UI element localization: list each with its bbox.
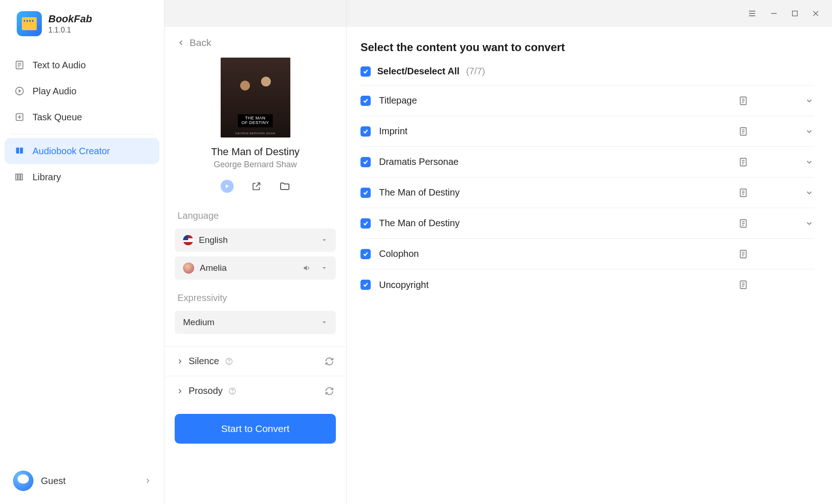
- svg-rect-9: [18, 174, 20, 180]
- refresh-icon[interactable]: [325, 357, 334, 366]
- prosody-section[interactable]: Prosody: [164, 376, 346, 406]
- sidebar-item-text-to-audio[interactable]: Text to Audio: [5, 52, 159, 78]
- language-select[interactable]: English: [175, 229, 336, 252]
- document-icon[interactable]: [738, 249, 748, 259]
- chevron-down-icon[interactable]: [804, 219, 814, 228]
- sidebar-item-task-queue[interactable]: Task Queue: [5, 104, 159, 130]
- sidebar-item-label: Audiobook Creator: [33, 146, 110, 157]
- user-name: Guest: [41, 476, 137, 486]
- language-label: Language: [164, 197, 346, 226]
- back-label: Back: [190, 37, 211, 48]
- chevron-left-icon: [177, 39, 185, 46]
- chapter-list: TitlepageImprintDramatis PersonaeThe Man…: [360, 85, 814, 300]
- expressivity-label: Expressivity: [164, 280, 346, 308]
- play-button[interactable]: [221, 180, 234, 193]
- settings-panel: Back THE MAN OF DESTINY GEORGE BERNARD S…: [164, 0, 347, 504]
- app-logo-block: BookFab 1.1.0.1: [0, 0, 164, 48]
- minimize-icon[interactable]: [770, 9, 778, 18]
- titlebar: [347, 0, 832, 27]
- export-icon[interactable]: [251, 181, 262, 191]
- close-icon[interactable]: [812, 9, 820, 18]
- chevron-down-icon[interactable]: [804, 158, 814, 166]
- svg-point-14: [232, 393, 233, 393]
- chapter-label: Imprint: [379, 126, 730, 137]
- voice-avatar-icon: [183, 262, 194, 274]
- chapter-checkbox[interactable]: [360, 157, 371, 167]
- sidebar-item-audiobook-creator[interactable]: Audiobook Creator: [5, 138, 159, 164]
- sidebar-item-label: Text to Audio: [33, 60, 86, 71]
- avatar: [13, 471, 33, 491]
- book-icon: [14, 145, 25, 157]
- refresh-icon[interactable]: [325, 386, 334, 396]
- chevron-right-icon: [177, 388, 183, 394]
- chapter-label: Uncopyright: [379, 280, 730, 290]
- silence-section[interactable]: Silence: [164, 346, 346, 376]
- chevron-down-icon[interactable]: [804, 189, 814, 197]
- chapter-label: The Man of Destiny: [379, 187, 730, 198]
- maximize-icon[interactable]: [791, 10, 799, 17]
- select-count: (7/7): [466, 66, 485, 77]
- select-all-checkbox[interactable]: [360, 66, 371, 77]
- app-name: BookFab: [48, 13, 92, 25]
- book-title: The Man of Destiny: [211, 146, 300, 158]
- user-block[interactable]: Guest: [0, 461, 164, 504]
- sidebar-item-library[interactable]: Library: [5, 164, 159, 190]
- chapter-row: Dramatis Personae: [360, 147, 814, 177]
- chevron-right-icon: [144, 478, 151, 484]
- voice-select[interactable]: Amelia: [175, 256, 336, 280]
- chapter-row: Colophon: [360, 239, 814, 269]
- chevron-down-icon[interactable]: [804, 97, 814, 105]
- document-icon[interactable]: [738, 157, 748, 167]
- sidebar: BookFab 1.1.0.1 Text to Audio Play Audio: [0, 0, 164, 504]
- voice-value: Amelia: [200, 263, 227, 273]
- queue-icon: [14, 111, 25, 123]
- chapter-checkbox[interactable]: [360, 249, 371, 259]
- speaker-icon[interactable]: [302, 264, 311, 272]
- chapter-checkbox[interactable]: [360, 188, 371, 198]
- chapter-checkbox[interactable]: [360, 280, 371, 290]
- chapter-checkbox[interactable]: [360, 96, 371, 106]
- start-to-convert-button[interactable]: Start to Convert: [175, 414, 336, 444]
- silence-label: Silence: [189, 356, 219, 367]
- document-icon[interactable]: [738, 126, 748, 137]
- chapter-row: Imprint: [360, 116, 814, 147]
- document-icon[interactable]: [738, 188, 748, 198]
- folder-icon[interactable]: [279, 181, 290, 192]
- app-version: 1.1.0.1: [48, 26, 92, 34]
- chapter-row: The Man of Destiny: [360, 208, 814, 239]
- chapter-checkbox[interactable]: [360, 218, 371, 229]
- chapter-row: Uncopyright: [360, 269, 814, 300]
- prosody-label: Prosody: [189, 386, 223, 396]
- content-panel: Select the content you want to convert S…: [347, 0, 832, 504]
- chapter-row: Titlepage: [360, 85, 814, 116]
- menu-icon[interactable]: [747, 9, 757, 18]
- back-button[interactable]: Back: [164, 27, 346, 56]
- svg-rect-10: [21, 174, 23, 180]
- svg-rect-19: [793, 11, 798, 16]
- play-circle-icon: [14, 85, 25, 97]
- page-title: Select the content you want to convert: [360, 41, 814, 54]
- chapter-checkbox[interactable]: [360, 126, 371, 137]
- sidebar-item-label: Library: [33, 172, 61, 183]
- chapter-label: The Man of Destiny: [379, 218, 730, 229]
- caret-down-icon: [321, 319, 328, 326]
- flag-us-icon: [183, 235, 193, 245]
- titlebar-spacer: [164, 0, 346, 27]
- chevron-down-icon[interactable]: [804, 127, 814, 136]
- document-icon[interactable]: [738, 280, 748, 290]
- nav-divider: [10, 134, 154, 134]
- expressivity-select[interactable]: Medium: [175, 311, 336, 334]
- document-icon[interactable]: [738, 218, 748, 229]
- help-icon[interactable]: [228, 387, 236, 395]
- chapter-label: Colophon: [379, 249, 730, 259]
- svg-rect-8: [16, 174, 18, 180]
- document-icon[interactable]: [738, 96, 748, 106]
- language-value: English: [199, 235, 228, 245]
- caret-down-icon: [321, 265, 328, 271]
- svg-point-12: [229, 363, 229, 363]
- help-icon[interactable]: [225, 357, 233, 366]
- doc-icon: [14, 59, 25, 71]
- library-icon: [14, 171, 25, 183]
- select-all-row: Select/Deselect All (7/7): [360, 66, 814, 85]
- sidebar-item-play-audio[interactable]: Play Audio: [5, 78, 159, 104]
